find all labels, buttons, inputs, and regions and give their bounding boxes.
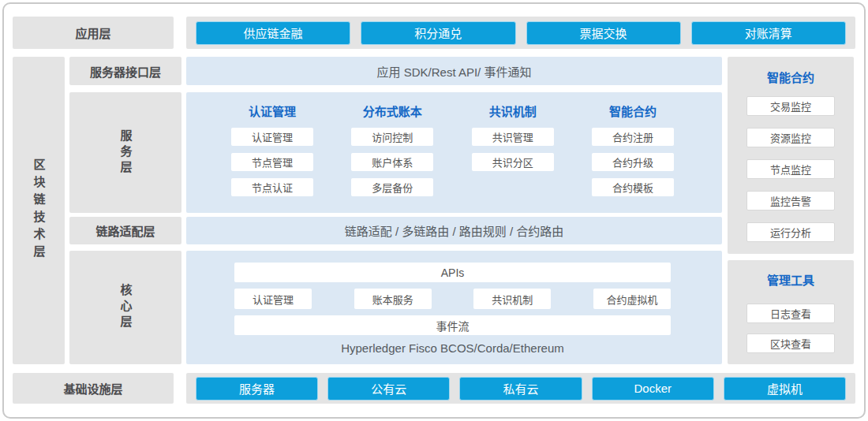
infra-layer-label: 基础设施层: [13, 373, 174, 404]
app-layer-label: 应用层: [13, 17, 174, 49]
infra-block-private-cloud: 私有云: [459, 377, 582, 401]
right-panel-smart-contract-header: 智能合约: [728, 69, 854, 87]
core-layer-block: APIs 认证管理 账本服务 共识机制 合约虚拟机 事件流 Hyperledge…: [186, 251, 722, 364]
service-column-ledger: 分布式账本 访问控制 账户体系 多层备份: [351, 103, 433, 213]
service-item: 合约注册: [592, 128, 674, 146]
service-layer-block: 认证管理 认证管理 节点管理 节点认证 分布式账本 访问控制 账户体系 多层备份…: [186, 92, 722, 213]
panel-item-operation-analysis: 运行分析: [746, 222, 835, 242]
service-item: 共识分区: [472, 153, 554, 171]
core-boxes-row: 认证管理 账本服务 共识机制 合约虚拟机: [234, 289, 671, 309]
core-box-contract-vm: 合约虚拟机: [593, 289, 671, 309]
service-item: 账户体系: [351, 153, 433, 171]
service-column-auth-header: 认证管理: [231, 103, 313, 121]
core-layer-text: 核心层: [118, 284, 134, 331]
panel-item-transaction-monitor: 交易监控: [746, 96, 835, 116]
core-box-consensus: 共识机制: [473, 289, 551, 309]
infra-block-vm: 虚拟机: [724, 377, 846, 401]
service-column-smart-contract: 智能合约 合约注册 合约升级 合约模板: [592, 103, 674, 213]
panel-item-log-view: 日志查看: [746, 304, 835, 323]
link-adapter-layer-label: 链路适配层: [69, 217, 181, 244]
infra-layer-strip: 服务器 公有云 私有云 Docker 虚拟机: [186, 373, 855, 404]
core-platforms-text: Hyperledger Fisco BCOS/Corda/Ethereum: [234, 341, 671, 355]
panel-item-resource-monitor: 资源监控: [746, 128, 835, 147]
core-apis-bar: APIs: [234, 263, 671, 282]
infra-block-server: 服务器: [196, 377, 318, 401]
app-block-reconciliation-clearing: 对账清算: [691, 21, 846, 45]
service-item: 节点认证: [231, 178, 313, 196]
service-item: 认证管理: [231, 128, 313, 146]
panel-item-block-view: 区块查看: [746, 333, 835, 353]
service-layer-text: 服务层: [118, 129, 134, 177]
infra-block-docker: Docker: [592, 377, 714, 401]
app-block-bill-exchange: 票据交换: [526, 21, 681, 45]
service-column-consensus: 共识机制 共识管理 共识分区: [472, 103, 554, 213]
app-layer-strip: 供应链金融 积分通兑 票据交换 对账清算: [186, 17, 855, 49]
core-layer-label: 核心层: [69, 251, 181, 364]
right-panel-management-tools: 管理工具 日志查看 区块查看: [728, 260, 854, 364]
infra-block-public-cloud: 公有云: [327, 377, 450, 401]
right-panel-smart-contract: 智能合约 交易监控 资源监控 节点监控 监控告警 运行分析: [728, 57, 854, 254]
app-block-supply-chain-finance: 供应链金融: [196, 21, 350, 45]
service-item: 合约模板: [592, 178, 674, 196]
service-column-consensus-header: 共识机制: [472, 103, 554, 121]
blockchain-tech-layer-text: 区块链技术层: [31, 158, 47, 263]
service-item: 合约升级: [592, 153, 674, 171]
link-adapter-band: 链路适配 / 多链路由 / 路由规则 / 合约路由: [186, 217, 722, 244]
service-column-smart-contract-header: 智能合约: [592, 103, 674, 121]
core-box-ledger-service: 账本服务: [354, 289, 432, 309]
panel-item-node-monitor: 节点监控: [746, 159, 835, 179]
app-block-points-exchange: 积分通兑: [361, 21, 515, 45]
service-item: 共识管理: [472, 128, 554, 146]
service-layer-label: 服务层: [69, 92, 181, 213]
service-item: 节点管理: [231, 153, 313, 171]
panel-item-monitor-alert: 监控告警: [746, 191, 835, 210]
service-column-auth: 认证管理 认证管理 节点管理 节点认证: [231, 103, 313, 213]
service-column-ledger-header: 分布式账本: [351, 103, 433, 121]
right-panel-management-tools-header: 管理工具: [728, 272, 854, 289]
service-item: 多层备份: [351, 178, 433, 196]
interface-layer-label: 服务器接口层: [69, 57, 181, 85]
core-box-auth: 认证管理: [234, 289, 312, 309]
core-event-stream-bar: 事件流: [234, 315, 671, 335]
architecture-diagram: { "colors": { "accent_blue": "#0d9fdb", …: [0, 0, 868, 421]
blockchain-tech-layer-label: 区块链技术层: [13, 57, 65, 364]
service-item: 访问控制: [351, 128, 433, 146]
interface-layer-band: 应用 SDK/Rest API/ 事件通知: [186, 57, 722, 85]
